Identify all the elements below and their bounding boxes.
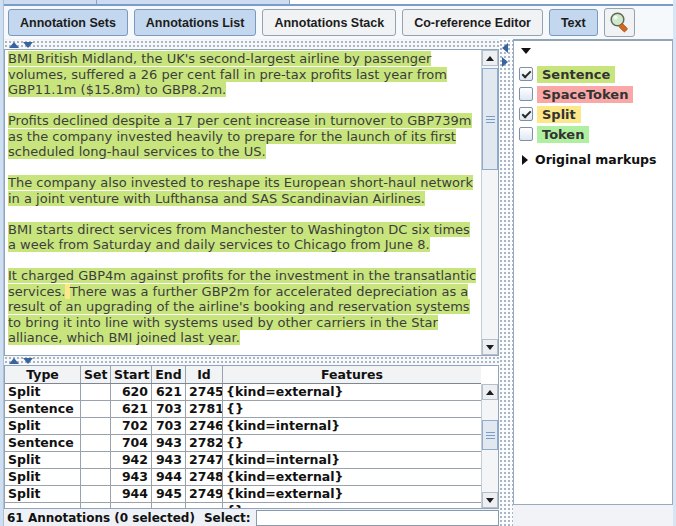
table-row[interactable]: Sentence7049432782{} — [5, 435, 481, 452]
scroll-up-button[interactable] — [482, 384, 498, 400]
original-markups-label: Original markups — [535, 152, 657, 167]
annotations-status-bar: 61 Annotations (0 selected) Select: — [4, 509, 499, 526]
table-row[interactable]: Split9429432747{kind=internal} — [5, 452, 481, 469]
collapse-right-icon[interactable] — [502, 57, 508, 67]
arrow-up-icon — [486, 390, 494, 395]
annotations-stack-button[interactable]: Annotations Stack — [262, 9, 396, 36]
cell-id: 2782 — [186, 435, 223, 451]
table-row[interactable]: Split9449452749{kind=external} — [5, 486, 481, 503]
sentence-annotation-span[interactable]: BMI British Midland, the UK's second-lar… — [8, 51, 447, 97]
collapse-left-icon[interactable] — [502, 43, 508, 53]
cell-end: 621 — [152, 384, 186, 400]
select-input[interactable] — [256, 510, 499, 526]
document-paragraph[interactable]: The company also invested to reshape its… — [8, 175, 479, 206]
document-text-view: BMI British Midland, the UK's second-lar… — [4, 49, 499, 356]
window-left-edge — [0, 0, 4, 526]
collapse-up-icon[interactable] — [9, 42, 19, 48]
cell-set — [81, 435, 111, 451]
cell-start: 944 — [111, 486, 152, 502]
cell-start: 620 — [111, 384, 152, 400]
table-vertical-scrollbar[interactable] — [481, 384, 498, 508]
document-paragraph[interactable]: BMI starts direct services from Manchest… — [8, 222, 479, 253]
arrow-up-icon — [486, 56, 494, 61]
column-header-end[interactable]: End — [152, 366, 186, 383]
cell-end: 703 — [152, 401, 186, 417]
set-expander[interactable] — [521, 48, 532, 56]
cell-type: Split — [5, 418, 81, 434]
cell-id — [186, 503, 223, 508]
document-paragraph[interactable]: BMI British Midland, the UK's second-lar… — [8, 51, 479, 98]
arrow-down-icon — [486, 345, 494, 350]
scroll-down-button[interactable] — [482, 492, 498, 508]
arrow-down-icon — [486, 498, 494, 503]
type-checkbox-split[interactable] — [519, 107, 533, 121]
cell-features: {kind=internal} — [223, 452, 481, 468]
type-checkbox-spacetoken[interactable] — [519, 87, 533, 101]
column-header-id[interactable]: Id — [186, 366, 223, 383]
text-vertical-scrollbar[interactable] — [481, 50, 498, 355]
document-paragraph[interactable]: It charged GBP4m against profits for the… — [8, 268, 479, 346]
document-text[interactable]: BMI British Midland, the UK's second-lar… — [5, 50, 481, 355]
document-toolbar: Annotation Sets Annotations List Annotat… — [4, 6, 673, 39]
select-label: Select: — [204, 511, 251, 525]
type-checkbox-token[interactable] — [519, 127, 533, 141]
column-header-start[interactable]: Start — [111, 366, 152, 383]
collapse-up-icon[interactable] — [9, 358, 19, 364]
cell-id: 2746 — [186, 418, 223, 434]
scroll-up-button[interactable] — [482, 50, 498, 66]
scroll-down-button[interactable] — [482, 339, 498, 355]
type-checkbox-sentence[interactable] — [519, 67, 533, 81]
table-split-divider[interactable] — [4, 356, 499, 365]
collapse-down-icon[interactable] — [23, 358, 33, 364]
cell-features: {} — [223, 435, 481, 451]
cell-type: Sentence — [5, 401, 81, 417]
cell-end: 944 — [152, 469, 186, 485]
document-paragraph[interactable]: Profits declined despite a 17 per cent i… — [8, 113, 479, 160]
cell-start: 704 — [111, 435, 152, 451]
scrollbar-thumb[interactable] — [482, 420, 498, 450]
sentence-annotation-span[interactable]: There was a further GBP2m for accelerate… — [8, 284, 470, 346]
coreference-editor-button[interactable]: Co-reference Editor — [402, 9, 543, 36]
text-split-divider[interactable] — [4, 40, 499, 49]
vertical-split-divider[interactable] — [499, 39, 513, 526]
cell-set — [81, 401, 111, 417]
cell-end — [152, 503, 186, 508]
cell-features: {kind=internal} — [223, 418, 481, 434]
type-color-label[interactable]: SpaceToken — [537, 86, 633, 103]
cell-start — [111, 503, 152, 508]
table-row[interactable]: Split6206212745{kind=external} — [5, 384, 481, 401]
cell-set — [81, 503, 111, 508]
tab-fragment[interactable] — [97, 0, 290, 4]
split-annotation-span[interactable] — [65, 284, 69, 299]
annotation-type-item: Split — [519, 104, 672, 124]
sentence-annotation-span[interactable]: The company also invested to reshape its… — [8, 175, 473, 206]
search-button[interactable] — [604, 8, 635, 37]
cell-type: Split — [5, 384, 81, 400]
column-header-type[interactable]: Type — [5, 366, 81, 383]
table-row[interactable]: Sentence6217032781{} — [5, 401, 481, 418]
table-row[interactable]: {} — [5, 503, 481, 508]
sentence-annotation-span[interactable]: BMI starts direct services from Manchest… — [8, 222, 470, 253]
annotation-sets-panel: SentenceSpaceTokenSplitToken Original ma… — [513, 39, 673, 505]
type-color-label[interactable]: Token — [537, 126, 589, 143]
table-row[interactable]: Split9439442748{kind=external} — [5, 469, 481, 486]
column-header-features[interactable]: Features — [223, 366, 481, 383]
cell-id: 2747 — [186, 452, 223, 468]
sentence-annotation-span[interactable]: Profits declined despite a 17 per cent i… — [8, 113, 472, 159]
table-row[interactable]: Split7027032746{kind=internal} — [5, 418, 481, 435]
annotation-sets-button[interactable]: Annotation Sets — [8, 9, 128, 36]
type-color-label[interactable]: Split — [537, 106, 581, 123]
collapse-down-icon[interactable] — [23, 42, 33, 48]
cell-set — [81, 452, 111, 468]
cell-id: 2748 — [186, 469, 223, 485]
cell-set — [81, 469, 111, 485]
type-color-label[interactable]: Sentence — [537, 66, 615, 83]
annotations-list-button[interactable]: Annotations List — [134, 9, 257, 36]
cell-end: 943 — [152, 452, 186, 468]
scrollbar-thumb[interactable] — [482, 68, 498, 170]
text-button[interactable]: Text — [549, 9, 598, 36]
original-markups-row[interactable]: Original markups — [522, 152, 672, 167]
column-header-set[interactable]: Set — [81, 366, 111, 383]
tab-fragment[interactable] — [0, 0, 97, 4]
annotation-type-item: Sentence — [519, 64, 672, 84]
